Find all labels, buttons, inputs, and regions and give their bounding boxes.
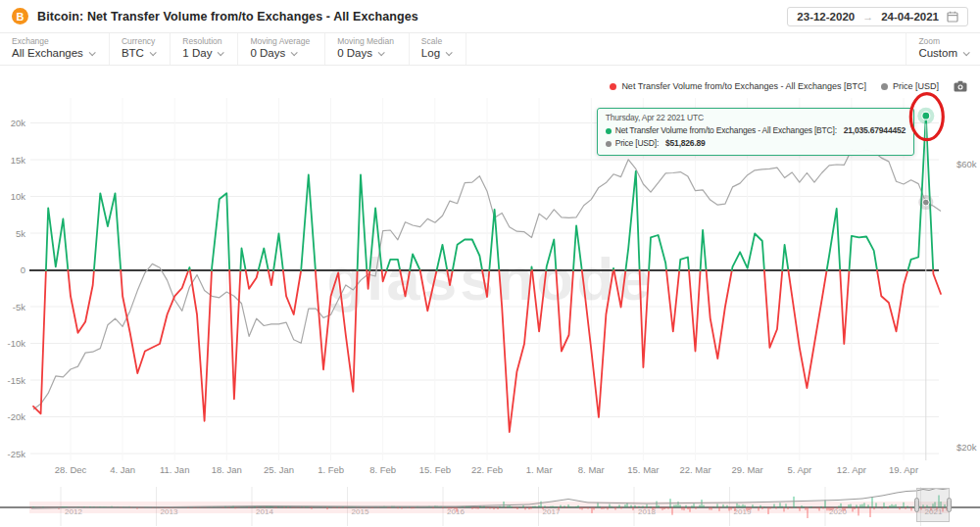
chevron-down-icon (218, 49, 224, 56)
x-axis-tick: 22. Mar (679, 464, 710, 475)
volume-series-segment (782, 245, 788, 270)
chevron-down-icon (446, 49, 453, 56)
brush-left-handle[interactable] (914, 498, 919, 512)
tooltip-row-volume: Net Transfer Volume from/to Exchanges - … (606, 124, 906, 137)
volume-series-segment (764, 270, 782, 348)
legend-label: Price [USD] (893, 81, 939, 91)
control-value: BTC (122, 47, 144, 59)
y-axis-tick: 15k (11, 155, 26, 166)
control-label: Scale (421, 36, 451, 46)
tooltip-value: $51,826.89 (665, 137, 706, 150)
control-label: Moving Average (250, 36, 310, 46)
x-axis-tick: 8. Mar (578, 464, 605, 475)
camera-icon (954, 80, 967, 92)
volume-series-segment (707, 270, 732, 359)
volume-series-segment (301, 175, 316, 271)
arrow-right-icon: → (862, 11, 873, 23)
bitcoin-icon: B (12, 8, 28, 24)
volume-series-segment (827, 209, 841, 270)
volume-series-segment (679, 258, 689, 271)
x-axis-tick: 4. Jan (110, 464, 135, 475)
y-axis-tick: 10k (11, 191, 26, 202)
x-axis-tick: 5. Apr (787, 464, 811, 475)
control-resolution[interactable]: Resolution1 Day (171, 33, 238, 65)
date-range-input[interactable]: 23-12-2020 → 24-04-2021 (787, 7, 968, 26)
end-date-value[interactable]: 24-04-2021 (881, 11, 939, 23)
x-axis-tick: 8. Feb (369, 464, 396, 475)
timeline-navigator[interactable] (0, 487, 980, 527)
control-value: All Exchanges (12, 47, 83, 59)
control-value: 0 Days (337, 47, 372, 59)
series-dot (606, 141, 612, 147)
volume-series-segment (732, 234, 764, 271)
y-axis-tick: -15k (8, 375, 26, 386)
chevron-down-icon (963, 49, 970, 56)
volume-series-segment (689, 270, 701, 352)
volume-series-segment (788, 270, 826, 388)
x-axis-tick: 25. Jan (264, 464, 294, 475)
title-bar: B Bitcoin: Net Transfer Volume from/to E… (0, 0, 980, 33)
volume-series-segment (269, 270, 273, 285)
x-axis-tick: 19. Apr (889, 464, 918, 475)
volume-series-segment (246, 270, 259, 289)
volume-series-segment (259, 249, 269, 271)
x-axis-tick: 1. Feb (318, 464, 344, 475)
control-scale[interactable]: ScaleLog (410, 33, 466, 65)
control-label: Exchange (12, 36, 94, 46)
volume-series-segment (46, 208, 69, 270)
volume-series-segment (33, 270, 46, 413)
y-axis-tick: -5k (13, 302, 25, 312)
right-axis-tick: $60k (956, 159, 977, 169)
control-label: Resolution (182, 36, 222, 46)
legend-item-volume[interactable]: Net Transfer Volume from/to Exchanges - … (610, 81, 866, 91)
x-axis-tick: 12. Apr (837, 464, 866, 475)
y-axis-tick: -25k (8, 449, 26, 459)
chevron-down-icon (150, 49, 157, 56)
volume-series-segment (701, 230, 707, 270)
y-axis-tick: -20k (8, 411, 26, 422)
volume-series-segment (94, 193, 121, 270)
x-axis-tick: 29. Mar (732, 464, 763, 475)
crosshair-tooltip: Thursday, Apr 22 2021 UTC Net Transfer V… (597, 108, 914, 156)
control-moving-median[interactable]: Moving Median0 Days (325, 33, 410, 65)
volume-series-segment (283, 270, 301, 314)
main-chart-canvas[interactable]: 20k15k10k5k0-5k-10k-15k-20k-25k28. Dec4.… (0, 0, 980, 527)
page-title: Bitcoin: Net Transfer Volume from/to Exc… (37, 10, 418, 24)
navigator-brush[interactable] (916, 488, 950, 522)
start-date-value[interactable]: 23-12-2020 (797, 11, 855, 23)
control-zoom[interactable]: ZoomCustom (906, 33, 980, 65)
control-value: Log (421, 47, 440, 59)
tooltip-value: 21,035.67944452 (844, 124, 906, 137)
camera-button[interactable] (954, 80, 967, 92)
legend-label: Net Transfer Volume from/to Exchanges - … (621, 81, 866, 91)
tooltip-date: Thursday, Apr 22 2021 UTC (606, 113, 906, 122)
y-axis-tick: 0 (21, 264, 25, 275)
control-currency[interactable]: CurrencyBTC (110, 33, 171, 65)
x-axis-tick: 28. Dec (55, 464, 87, 475)
x-axis-tick: 11. Jan (160, 464, 189, 475)
chevron-down-icon (378, 49, 385, 56)
volume-series-segment (933, 270, 941, 294)
right-axis-tick: $20k (956, 442, 977, 453)
volume-series-segment (68, 270, 94, 333)
chart-legend: Net Transfer Volume from/to Exchanges - … (610, 80, 967, 92)
chevron-down-icon (89, 49, 96, 56)
tooltip-label: Price [USD]: (615, 137, 659, 150)
y-axis-tick: 5k (16, 228, 25, 239)
control-moving-average[interactable]: Moving Average0 Days (238, 33, 325, 65)
calendar-icon (947, 11, 958, 23)
tooltip-row-price: Price [USD]:$51,826.89 (606, 137, 906, 150)
volume-series-segment (666, 270, 679, 331)
toolbar-spacer (466, 33, 906, 65)
x-axis-tick: 15. Mar (627, 464, 659, 475)
glassnode-studio-app: B Bitcoin: Net Transfer Volume from/to E… (0, 0, 980, 527)
series-dot (606, 128, 612, 134)
volume-series-segment (240, 249, 245, 271)
brush-right-handle[interactable] (947, 498, 952, 512)
control-exchange[interactable]: ExchangeAll Exchanges (0, 33, 110, 65)
control-value: Custom (918, 47, 957, 59)
control-label: Moving Median (337, 36, 394, 46)
chevron-down-icon (291, 49, 298, 56)
volume-series-segment (121, 270, 188, 373)
legend-item-price[interactable]: Price [USD] (881, 81, 939, 91)
